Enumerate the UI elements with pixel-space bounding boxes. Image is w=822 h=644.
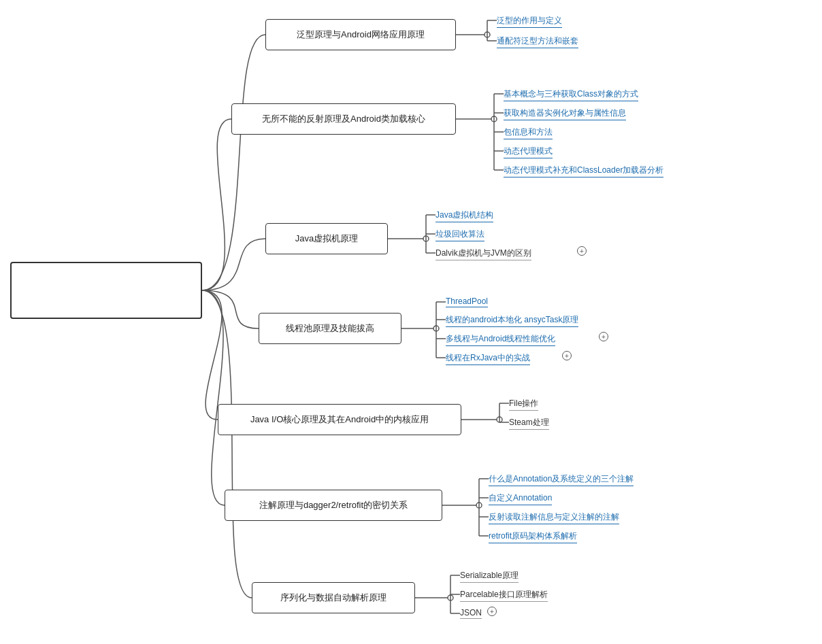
leaf-text-b1-1: 通配符泛型方法和嵌套 [497, 35, 578, 48]
leaf-text-b6-0: 什么是Annotation及系统定义的三个注解 [489, 473, 634, 486]
leaf-text-b6-1: 自定义Annotation [489, 492, 552, 505]
branch-node-b5: Java I/O核心原理及其在Android中的内核应用 [218, 404, 461, 435]
leaf-text-b4-2: 多线程与Android线程性能优化 [446, 333, 555, 346]
plus-badge-b7-2[interactable]: + [487, 607, 497, 616]
leaf-text-b3-0: Java虚拟机结构 [435, 209, 493, 222]
leaf-text-b2-1: 获取构造器实例化对象与属性信息 [504, 107, 626, 120]
leaf-text-b3-2: Dalvik虚拟机与JVM的区别 [435, 248, 531, 260]
svg-point-5 [476, 503, 482, 508]
leaf-text-b2-3: 动态代理模式 [504, 146, 553, 158]
leaf-text-b5-1: Steam处理 [509, 417, 549, 430]
leaf-text-b2-0: 基本概念与三种获取Class对象的方式 [504, 88, 638, 101]
leaf-text-b7-2: JSON [460, 608, 482, 619]
branch-node-b6: 注解原理与dagger2/retrofit的密切关系 [225, 490, 442, 521]
leaf-text-b1-0: 泛型的作用与定义 [497, 15, 562, 28]
leaf-text-b6-2: 反射读取注解信息与定义注解的注解 [489, 511, 619, 524]
plus-badge-b4-2[interactable]: + [599, 332, 608, 341]
leaf-text-b5-0: File操作 [509, 398, 538, 411]
leaf-text-b3-1: 垃圾回收算法 [435, 228, 484, 241]
branch-node-b4: 线程池原理及技能拔高 [259, 313, 401, 344]
leaf-text-b4-1: 线程的android本地化 ansycTask原理 [446, 314, 578, 327]
leaf-text-b2-4: 动态代理模式补充和ClassLoader加载器分析 [504, 165, 663, 177]
leaf-text-b4-3: 线程在RxJava中的实战 [446, 352, 530, 365]
leaf-text-b7-0: Serializable原理 [460, 570, 519, 583]
root-node [10, 262, 202, 319]
leaf-text-b4-0: ThreadPool [446, 296, 488, 307]
branch-node-b1: 泛型原理与Android网络应用原理 [265, 19, 456, 50]
branch-node-b3: Java虚拟机原理 [265, 223, 388, 254]
leaf-text-b6-3: retrofit原码架构体系解析 [489, 530, 577, 543]
branch-node-b2: 无所不能的反射原理及Android类加载核心 [231, 103, 456, 135]
svg-point-2 [423, 236, 429, 241]
branch-node-b7: 序列化与数据自动解析原理 [252, 582, 415, 613]
svg-point-1 [491, 116, 497, 122]
svg-point-4 [497, 417, 502, 422]
leaf-text-b7-1: Parcelable接口原理解析 [460, 589, 548, 602]
leaf-text-b2-2: 包信息和方法 [504, 126, 553, 139]
svg-point-0 [484, 32, 490, 37]
svg-point-3 [433, 326, 439, 331]
svg-point-6 [448, 595, 453, 600]
plus-badge-b4-3[interactable]: + [562, 351, 572, 360]
plus-badge-b3-2[interactable]: + [577, 246, 587, 256]
